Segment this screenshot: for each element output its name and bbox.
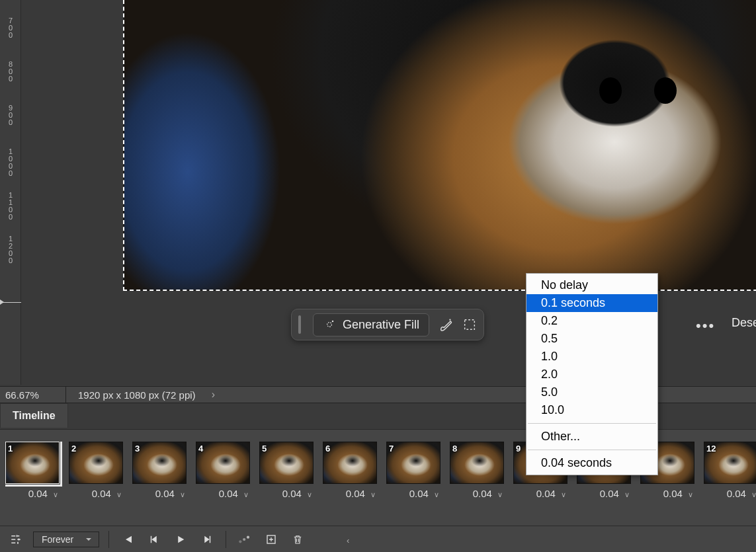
frame-thumbnail[interactable]: 12 bbox=[704, 442, 756, 484]
delay-menu-item[interactable]: 10.0 bbox=[526, 401, 657, 419]
grip-handle[interactable] bbox=[298, 315, 301, 334]
frame-delay-button[interactable]: 0.04 ∨ bbox=[640, 488, 694, 499]
document-info[interactable]: 1920 px x 1080 px (72 ppi) bbox=[66, 389, 208, 401]
timeline-frame[interactable]: 50.04 ∨ bbox=[259, 442, 314, 514]
chevron-right-icon[interactable]: › bbox=[208, 389, 219, 401]
chevron-down-icon: ∨ bbox=[434, 491, 439, 498]
frame-delay-button[interactable]: 0.04 ∨ bbox=[386, 488, 441, 499]
timeline-frame[interactable]: 20.04 ∨ bbox=[69, 442, 123, 514]
frame-delay-button[interactable]: 0.04 ∨ bbox=[450, 488, 504, 499]
new-frame-button[interactable] bbox=[262, 530, 280, 549]
timeline-frame[interactable]: 40.04 ∨ bbox=[196, 442, 250, 514]
frame-thumbnail[interactable]: 4 bbox=[196, 442, 250, 484]
ruler-mark: 800 bbox=[3, 61, 19, 83]
delay-menu-other[interactable]: Other... bbox=[526, 428, 657, 446]
contextual-taskbar[interactable]: Generative Fill bbox=[291, 309, 484, 340]
selection-tool-icon[interactable] bbox=[462, 317, 477, 332]
delay-menu-item[interactable]: 5.0 bbox=[526, 383, 657, 401]
svg-rect-3 bbox=[465, 320, 475, 330]
delete-frame-button[interactable] bbox=[288, 530, 307, 549]
frame-delay-button[interactable]: 0.04 ∨ bbox=[132, 488, 187, 499]
chevron-down-icon: ∨ bbox=[370, 491, 376, 498]
svg-point-1 bbox=[332, 321, 334, 323]
ruler-mark: 900 bbox=[3, 104, 19, 126]
svg-point-8 bbox=[247, 535, 249, 538]
frame-thumbnail[interactable]: 3 bbox=[132, 442, 187, 484]
chevron-down-icon: ∨ bbox=[688, 491, 693, 498]
frame-number: 5 bbox=[262, 444, 267, 453]
more-options-button[interactable]: ••• bbox=[692, 317, 719, 335]
frame-number: 2 bbox=[71, 444, 76, 453]
timeline-options-icon[interactable] bbox=[7, 530, 25, 549]
delay-menu-item[interactable]: 2.0 bbox=[526, 366, 657, 383]
chevron-down-icon: ∨ bbox=[751, 491, 756, 498]
next-frame-button[interactable] bbox=[198, 530, 216, 549]
chevron-down-icon: ∨ bbox=[180, 491, 185, 498]
frame-delay-button[interactable]: 0.04 ∨ bbox=[69, 488, 123, 499]
delay-menu-item[interactable]: No delay bbox=[526, 276, 657, 294]
vertical-ruler[interactable]: 600700800900100011001200 bbox=[0, 0, 21, 385]
delay-menu-item[interactable]: 0.5 bbox=[526, 330, 657, 348]
delay-menu-item[interactable]: 0.1 seconds bbox=[526, 294, 657, 312]
document-canvas[interactable] bbox=[123, 0, 756, 291]
frame-delay-button[interactable]: 0.04 ∨ bbox=[259, 488, 314, 499]
chevron-down-icon: ∨ bbox=[497, 491, 503, 498]
chevron-down-icon: ∨ bbox=[307, 491, 312, 498]
frame-number: 7 bbox=[389, 444, 394, 453]
chevron-down-icon: ∨ bbox=[53, 491, 58, 498]
svg-point-7 bbox=[243, 537, 245, 540]
tab-timeline[interactable]: Timeline bbox=[0, 403, 68, 428]
frame-delay-button[interactable]: 0.04 ∨ bbox=[577, 488, 631, 499]
frame-delay-button[interactable]: 0.04 ∨ bbox=[196, 488, 250, 499]
svg-point-0 bbox=[327, 323, 332, 327]
loop-count-label: Forever bbox=[42, 534, 73, 545]
timeline-playback-bar: Forever ‹ bbox=[0, 526, 756, 552]
timeline-frame[interactable]: 30.04 ∨ bbox=[132, 442, 187, 514]
frame-number: 8 bbox=[452, 444, 457, 453]
chevron-down-icon: ∨ bbox=[561, 491, 566, 498]
sparkle-icon bbox=[323, 318, 336, 331]
chevron-down-icon: ∨ bbox=[243, 491, 249, 498]
chevron-down-icon: ∨ bbox=[116, 491, 122, 498]
ruler-mark: 1200 bbox=[3, 235, 19, 264]
frame-thumbnail[interactable]: 2 bbox=[69, 442, 123, 484]
frame-thumbnail[interactable]: 8 bbox=[450, 442, 504, 484]
canvas-image bbox=[124, 0, 756, 290]
ruler-mark: 1100 bbox=[3, 192, 19, 221]
delay-menu-current[interactable]: 0.04 seconds bbox=[526, 454, 657, 472]
loop-count-select[interactable]: Forever bbox=[33, 532, 99, 547]
prev-frame-button[interactable] bbox=[145, 530, 163, 549]
timeline-frame[interactable]: 60.04 ∨ bbox=[323, 442, 377, 514]
timeline-frame[interactable]: 70.04 ∨ bbox=[386, 442, 441, 514]
ruler-mark: 1000 bbox=[3, 148, 19, 177]
delay-menu-item[interactable]: 1.0 bbox=[526, 348, 657, 366]
timeline-frame[interactable]: 10.04 ∨ bbox=[5, 442, 60, 514]
tween-button[interactable] bbox=[235, 530, 254, 549]
frame-delay-button[interactable]: 0.04 ∨ bbox=[323, 488, 377, 499]
frame-number: 12 bbox=[706, 444, 716, 453]
generative-fill-button[interactable]: Generative Fill bbox=[313, 313, 429, 336]
timeline-frame[interactable]: 80.04 ∨ bbox=[450, 442, 504, 514]
frame-thumbnail[interactable]: 5 bbox=[259, 442, 314, 484]
ruler-mark: 700 bbox=[3, 17, 19, 39]
ruler-indicator bbox=[0, 302, 21, 303]
chevron-down-icon bbox=[85, 536, 92, 543]
frame-thumbnail[interactable]: 6 bbox=[323, 442, 377, 484]
frame-thumbnail[interactable]: 1 bbox=[5, 442, 60, 484]
first-frame-button[interactable] bbox=[118, 530, 137, 549]
generative-fill-label: Generative Fill bbox=[343, 318, 419, 332]
frame-thumbnail[interactable]: 7 bbox=[386, 442, 441, 484]
delay-menu-item[interactable]: 0.2 bbox=[526, 312, 657, 330]
frame-number: 3 bbox=[135, 444, 140, 453]
frame-number: 4 bbox=[198, 444, 203, 453]
generative-brush-icon[interactable] bbox=[439, 317, 453, 332]
frame-delay-button[interactable]: 0.04 ∨ bbox=[5, 488, 60, 499]
deselect-button[interactable]: Dese bbox=[732, 316, 756, 330]
zoom-level-field[interactable]: 66.67% bbox=[0, 387, 66, 403]
timeline-frame[interactable]: 120.04 ∨ bbox=[704, 442, 756, 514]
frame-delay-menu[interactable]: No delay0.1 seconds0.20.51.02.05.010.0Ot… bbox=[526, 273, 658, 475]
play-button[interactable] bbox=[171, 530, 190, 549]
frame-delay-button[interactable]: 0.04 ∨ bbox=[513, 488, 567, 499]
frame-delay-button[interactable]: 0.04 ∨ bbox=[704, 488, 756, 499]
scroll-left-icon[interactable]: ‹ bbox=[347, 535, 349, 545]
